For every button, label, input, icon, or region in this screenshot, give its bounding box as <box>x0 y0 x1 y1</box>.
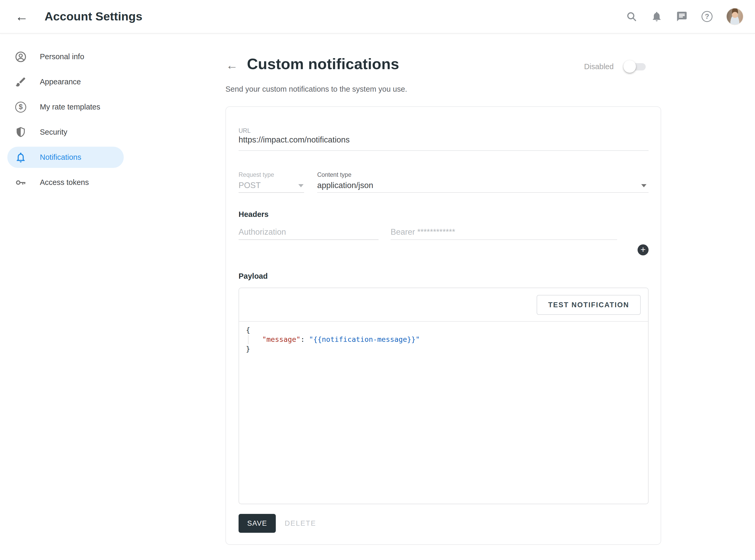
headers-section-title: Headers <box>238 210 268 219</box>
top-bar: ← Account Settings ? <box>0 0 755 34</box>
sidebar-item-label: Security <box>40 128 67 137</box>
request-type-label: Request type <box>238 171 274 178</box>
shield-icon <box>15 126 27 138</box>
content-type-label: Content type <box>317 171 351 178</box>
code-line-message: "message": "{{notification-message}}" <box>248 335 648 344</box>
sidebar-item-access-tokens[interactable]: Access tokens <box>7 172 124 193</box>
header-key-underline <box>238 239 379 240</box>
sidebar-item-label: My rate templates <box>40 103 100 111</box>
app-title: Account Settings <box>44 10 142 23</box>
notification-settings-card: URL Request type POST Content type appli… <box>226 106 661 545</box>
save-button[interactable]: SAVE <box>238 514 276 533</box>
code-key-token: "message" <box>262 335 301 343</box>
request-type-select[interactable]: POST <box>238 181 260 190</box>
payload-code-input[interactable]: { "message": "{{notification-message}}" … <box>239 322 648 504</box>
sidebar-item-label: Access tokens <box>40 178 89 187</box>
sidebar-item-security[interactable]: Security <box>7 122 124 143</box>
url-input[interactable] <box>238 135 647 145</box>
account-settings-page: ← Account Settings ? <box>0 0 755 560</box>
toggle-status-label: Disabled <box>584 62 614 71</box>
enable-toggle[interactable] <box>627 63 646 71</box>
code-line-open: { <box>246 325 648 335</box>
bell-icon <box>15 152 27 163</box>
page-back-icon[interactable]: ← <box>226 59 238 71</box>
sidebar-item-my-rate-templates[interactable]: $ My rate templates <box>7 96 124 118</box>
top-bar-actions: ? <box>625 8 743 25</box>
url-label: URL <box>238 127 251 134</box>
sidebar-item-notifications[interactable]: Notifications <box>7 147 124 168</box>
back-icon[interactable]: ← <box>15 10 28 23</box>
plus-icon: + <box>640 245 646 254</box>
settings-sidebar: Personal info Appearance $ My rate templ… <box>0 34 131 197</box>
code-value-token: "{{notification-message}}" <box>309 335 420 343</box>
search-icon[interactable] <box>625 11 638 22</box>
sidebar-item-label: Appearance <box>40 78 81 86</box>
content-type-dropdown-arrow-icon <box>641 184 646 187</box>
header-key-input[interactable] <box>238 227 379 237</box>
delete-button[interactable]: DELETE <box>285 514 316 533</box>
url-underline <box>238 151 648 151</box>
code-line-close: } <box>246 344 648 354</box>
person-icon <box>15 51 27 63</box>
page-subtitle: Send your custom notifications to the sy… <box>226 85 407 94</box>
request-type-dropdown-arrow-icon <box>298 184 304 187</box>
code-separator-token: : <box>301 335 309 343</box>
sidebar-item-appearance[interactable]: Appearance <box>7 71 124 93</box>
toggle-knob[interactable] <box>623 60 636 73</box>
header-value-underline <box>391 239 617 240</box>
payload-section-title: Payload <box>238 272 268 281</box>
payload-editor: TEST NOTIFICATION { "message": "{{notifi… <box>238 287 648 504</box>
help-icon[interactable]: ? <box>701 11 713 22</box>
brush-icon <box>15 76 27 88</box>
sidebar-item-personal-info[interactable]: Personal info <box>7 46 124 67</box>
add-header-button[interactable]: + <box>638 244 648 255</box>
chat-icon[interactable] <box>676 11 688 22</box>
question-mark-glyph: ? <box>701 11 713 22</box>
content-type-select[interactable]: application/json <box>317 181 373 190</box>
key-icon <box>15 177 27 188</box>
dollar-icon: $ <box>15 101 27 113</box>
dollar-glyph: $ <box>15 102 26 113</box>
user-avatar[interactable] <box>726 8 743 25</box>
header-value-input[interactable] <box>391 227 617 237</box>
content-type-underline <box>317 192 648 193</box>
sidebar-item-label: Notifications <box>40 153 81 162</box>
notifications-bell-icon[interactable] <box>651 11 663 22</box>
test-notification-button[interactable]: TEST NOTIFICATION <box>537 295 641 315</box>
sidebar-item-label: Personal info <box>40 53 84 61</box>
page-title: Custom notifications <box>247 55 399 73</box>
request-type-underline <box>238 192 304 193</box>
